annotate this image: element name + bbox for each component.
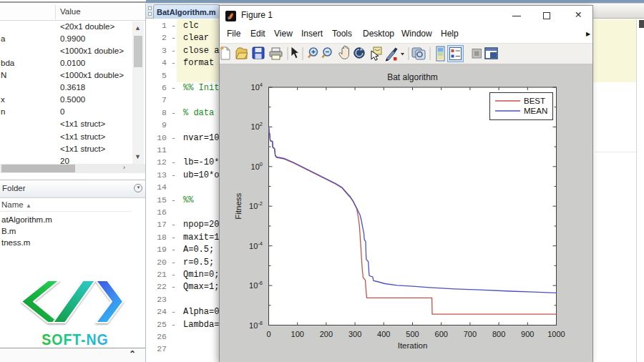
svg-text:Fitness: Fitness xyxy=(234,192,243,219)
svg-text:Bat algorithm: Bat algorithm xyxy=(387,72,438,82)
svg-text:BEST: BEST xyxy=(524,97,545,105)
svg-text:10-4: 10-4 xyxy=(249,240,263,250)
svg-text:900: 900 xyxy=(521,330,534,338)
svg-text:300: 300 xyxy=(348,330,361,338)
svg-text:SOFT-NG: SOFT-NG xyxy=(42,331,108,348)
svg-text:Iteration: Iteration xyxy=(398,341,428,350)
svg-text:200: 200 xyxy=(320,330,333,338)
svg-text:600: 600 xyxy=(435,330,448,338)
svg-text:102: 102 xyxy=(251,121,263,131)
svg-text:700: 700 xyxy=(464,330,477,338)
svg-text:10-2: 10-2 xyxy=(249,200,263,210)
svg-text:100: 100 xyxy=(291,330,304,338)
svg-text:1000: 1000 xyxy=(547,330,565,338)
svg-text:10-6: 10-6 xyxy=(249,280,263,290)
svg-text:500: 500 xyxy=(406,330,419,338)
svg-text:400: 400 xyxy=(377,330,390,338)
svg-text:104: 104 xyxy=(251,82,263,92)
svg-text:0: 0 xyxy=(266,330,270,338)
svg-text:MEAN: MEAN xyxy=(524,107,547,115)
svg-text:100: 100 xyxy=(251,161,263,171)
svg-text:10-8: 10-8 xyxy=(249,320,263,330)
svg-text:800: 800 xyxy=(492,330,505,338)
